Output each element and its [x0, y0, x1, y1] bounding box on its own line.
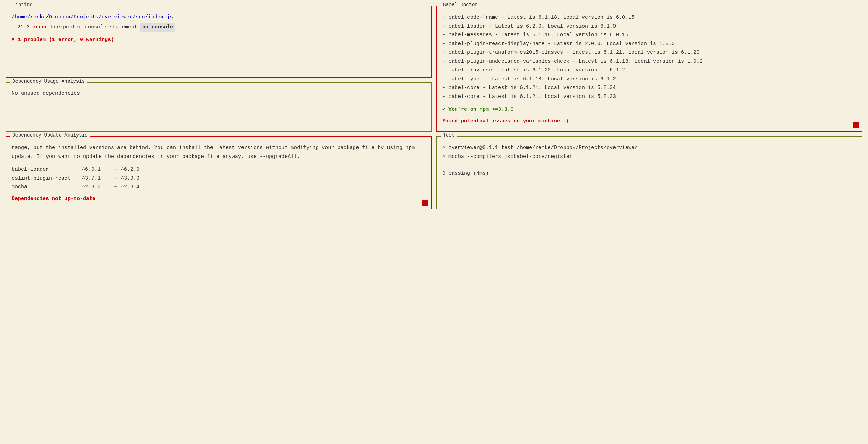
babel-npm-ok: ✔ You're on npm >=3.3.0 [442, 107, 514, 112]
babel-item-8: - babel-core - Latest is 6.1.21. Local v… [442, 83, 856, 92]
babel-doctor-content: - babel-code-frame - Latest is 6.1.18. L… [442, 13, 856, 125]
babel-doctor-panel: Babel Doctor - babel-code-frame - Latest… [436, 6, 862, 132]
dep-update-red-indicator [422, 200, 428, 206]
babel-doctor-title: Babel Doctor [441, 2, 480, 8]
dep-name-1: eslint-plugin-react [12, 174, 81, 183]
test-line2: > mocha --compilers js:babel-core/regist… [442, 152, 856, 161]
linting-rule-badge: no-console [140, 23, 175, 32]
linting-summary: ✖ 1 problem (1 error, 0 warnings) [12, 36, 426, 44]
dep-name-0: babel-loader [12, 165, 81, 174]
linting-location: 21:3 [17, 23, 30, 31]
linting-error-label: error [32, 23, 48, 31]
dep-row-1: eslint-plugin-react ^3.7.1 → ^3.9.0 [12, 174, 426, 183]
dep-update-content: range, but the installed versions are be… [12, 143, 426, 203]
dep-to-0: ^6.2.0 [121, 165, 140, 174]
linting-panel: Linting /home/renke/Dropbox/Projects/ove… [6, 6, 432, 78]
babel-item-9: - babel-core - Latest is 6.1.21. Local v… [442, 92, 856, 101]
babel-item-6: - babel-traverse - Latest is 6.1.20. Loc… [442, 66, 856, 75]
dep-update-intro: range, but the installed versions are be… [12, 143, 426, 161]
test-title: Test [441, 132, 457, 138]
babel-red-indicator [853, 122, 859, 128]
linting-error-line: 21:3 error Unexpected console statement … [12, 23, 426, 32]
dep-arrow-2: → [114, 183, 117, 192]
dep-name-2: mocha [12, 183, 81, 192]
dep-usage-panel: Dependency Usage Analysis No unused depe… [6, 82, 432, 132]
dep-from-1: ^3.7.1 [82, 174, 110, 183]
dep-usage-message: No unused dependencies [12, 90, 426, 98]
test-panel: Test > overviewer@0.1.1 test /home/renke… [436, 136, 862, 209]
linting-title: Linting [10, 2, 35, 8]
dep-update-panel: Dependency Update Analysis range, but th… [6, 136, 432, 209]
babel-item-2: - babel-messages - Latest is 6.1.18. Loc… [442, 31, 856, 40]
babel-item-7: - babel-types - Latest is 6.1.18. Local … [442, 75, 856, 84]
test-content: > overviewer@0.1.1 test /home/renke/Drop… [442, 143, 856, 178]
dep-row-2: mocha ^2.3.3 → ^2.3.4 [12, 183, 426, 192]
linting-filepath[interactable]: /home/renke/Dropbox/Projects/overviewer/… [12, 13, 426, 21]
dep-arrow-1: → [114, 174, 117, 183]
dep-arrow-0: → [114, 165, 117, 174]
linting-error-message: Unexpected console statement [51, 23, 137, 31]
babel-item-4: - babel-plugin-transform-es2015-classes … [442, 48, 856, 57]
test-line1: > overviewer@0.1.1 test /home/renke/Drop… [442, 143, 856, 152]
babel-item-3: - babel-plugin-react-display-name - Late… [442, 40, 856, 49]
dep-not-uptodate: Dependencies not up-to-date [12, 194, 426, 203]
dep-from-0: ^6.0.1 [82, 165, 110, 174]
dep-to-1: ^3.9.0 [121, 174, 140, 183]
dep-from-2: ^2.3.3 [82, 183, 110, 192]
dep-update-title: Dependency Update Analysis [10, 132, 90, 138]
babel-item-5: - babel-plugin-undeclared-variables-chec… [442, 57, 856, 66]
dep-row-0: babel-loader ^6.0.1 → ^6.2.0 [12, 165, 426, 174]
dep-update-table: babel-loader ^6.0.1 → ^6.2.0 eslint-plug… [12, 165, 426, 192]
babel-issues: Found potential issues on your machine :… [442, 117, 856, 126]
dep-to-2: ^2.3.4 [121, 183, 140, 192]
babel-item-1: - babel-loader - Latest is 6.2.0. Local … [442, 22, 856, 31]
babel-item-0: - babel-code-frame - Latest is 6.1.18. L… [442, 13, 856, 22]
dep-usage-title: Dependency Usage Analysis [10, 79, 87, 84]
test-passing: 0 passing (4ms) [442, 169, 856, 178]
